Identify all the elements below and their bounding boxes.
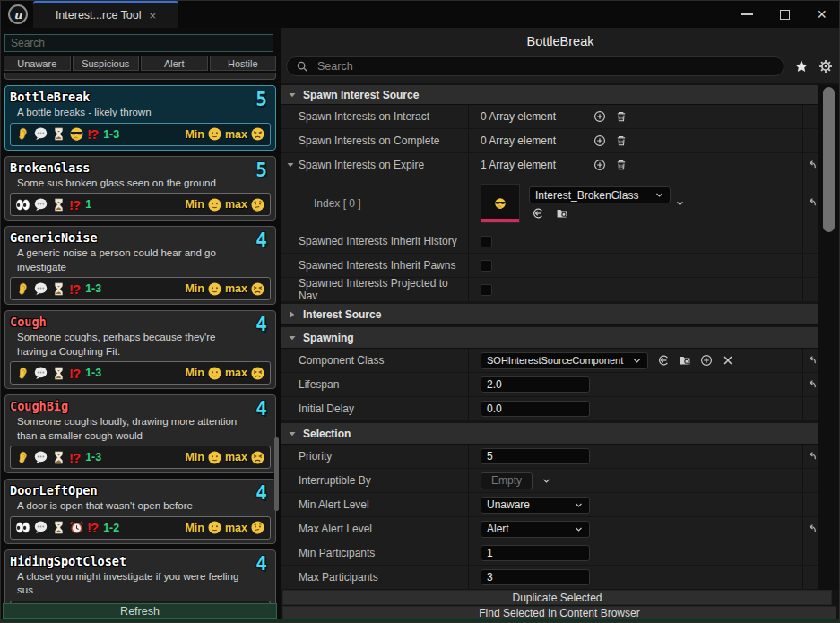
min-alert-dropdown[interactable]: Unaware [481,497,590,514]
card-title: CoughBig [10,398,271,414]
row-spawn-interests-on-expire: Spawn Interests on Expire 1 Array elemen… [281,153,819,177]
eyes-icon [15,520,30,535]
ear-icon [15,126,30,142]
speech-icon [33,450,48,465]
list-scrollbar[interactable] [274,437,279,511]
filter-hostile[interactable]: Hostile [210,56,277,71]
close-button[interactable]: × [817,6,827,22]
max-label: max [225,451,247,463]
tab-interest-source-tool[interactable]: Interest...rce Tool × [33,1,178,28]
priority-input[interactable] [481,448,590,464]
browse-to-asset-icon[interactable] [679,354,691,367]
use-selected-asset-icon[interactable] [657,354,670,367]
lifespan-input[interactable] [481,376,590,393]
chevron-down-icon[interactable] [541,476,551,486]
thinking-face-icon [250,197,265,212]
collapsed-arrow-icon[interactable] [288,310,297,319]
eyes-icon [15,197,30,212]
interrobang-icon: !? [87,520,98,535]
max-alert-dropdown[interactable]: Alert [481,521,590,538]
participant-range: 1-3 [85,451,101,463]
reset-to-default-icon[interactable] [806,197,818,209]
inherit-history-checkbox[interactable] [481,236,492,247]
hourglass-icon [51,366,66,381]
refresh-button[interactable]: Refresh [3,603,277,619]
asset-picker-dropdown[interactable]: Interest_BrokenGlass [529,186,671,203]
property-label: Spawned Interests Inherit Pawns [281,254,469,277]
inherit-pawns-checkbox[interactable] [481,260,492,272]
list-search-input[interactable] [4,34,273,52]
expand-arrow-icon[interactable] [288,91,297,100]
find-in-content-browser-button[interactable]: Find Selected In Content Browser [282,606,836,620]
interest-card-CoughBig[interactable]: CoughBig4Someone coughs loudly, drawing … [4,394,276,473]
card-title: Cough [10,314,271,330]
filter-alert[interactable]: Alert [141,56,208,71]
clear-array-icon[interactable] [615,134,628,147]
interest-card-BrokenGlass[interactable]: BrokenGlass5Some sus broken glass seen o… [4,156,276,221]
interest-card-GenericNoise[interactable]: GenericNoise4A generic noise a person co… [4,226,276,305]
asset-thumbnail[interactable] [481,184,520,223]
duplicate-selected-button[interactable]: Duplicate Selected [282,590,832,605]
new-object-icon[interactable] [700,354,713,367]
chevron-down-icon [574,500,584,510]
minimize-button[interactable] [741,13,753,15]
details-search-input[interactable] [316,59,775,74]
section-spawning[interactable]: Spawning [281,327,819,349]
section-selection[interactable]: Selection [281,423,819,445]
reset-to-default-icon[interactable] [806,451,818,463]
filter-suspicious[interactable]: Suspicious [73,56,140,71]
favorites-icon[interactable] [794,59,809,74]
interest-card-DoorLeftOpen[interactable]: DoorLeftOpen4A door is open that wasn't … [4,479,276,544]
interrobang-icon: !? [69,281,80,297]
add-element-icon[interactable] [593,134,606,147]
card-priority-number: 4 [255,229,267,251]
use-selected-asset-icon[interactable] [532,207,544,220]
reset-to-default-icon[interactable] [806,379,818,391]
card-description: Some sus broken glass seen on the ground [10,176,271,194]
details-search[interactable] [286,56,784,76]
reset-to-default-icon[interactable] [806,523,818,535]
partial-card-above[interactable] [4,73,276,80]
details-scrollbar-thumb[interactable] [823,87,835,232]
row-max-participants: Max Participants [281,566,819,590]
settings-gear-icon[interactable] [818,59,833,74]
section-spawn-interest-source[interactable]: Spawn Interest Source [281,85,819,105]
property-label: Lifespan [281,373,469,396]
maximize-button[interactable] [780,10,790,20]
card-priority-number: 5 [255,89,267,110]
expand-arrow-icon[interactable] [288,333,297,342]
participant-range: 1 [85,198,91,211]
expand-arrow-icon[interactable] [286,160,295,169]
property-label: Spawn Interests on Expire [281,153,469,177]
max-participants-input[interactable] [481,569,590,585]
clear-array-icon[interactable] [615,110,628,123]
interest-card-HidingSpotCloset[interactable]: HidingSpotCloset4A closet you might inve… [4,549,276,605]
clear-value-icon[interactable] [722,354,734,367]
property-label: Spawned Interests Projected to Nav [281,278,469,301]
browse-to-asset-icon[interactable] [556,207,568,220]
unreal-logo-letter: u [13,8,22,22]
row-priority: Priority [281,445,819,469]
expand-arrow-icon[interactable] [288,429,297,438]
projected-to-nav-checkbox[interactable] [481,284,492,296]
add-element-icon[interactable] [593,110,606,123]
tab-close-icon[interactable]: × [150,10,157,22]
interest-card-Cough[interactable]: Cough4Someone coughs, perhaps because th… [4,310,276,389]
expand-struct-icon[interactable] [675,198,685,208]
hourglass-icon [51,126,66,142]
reset-to-default-icon[interactable] [806,355,818,367]
initial-delay-input[interactable] [481,401,590,417]
neutral-face-icon [207,126,222,142]
card-priority-number: 5 [255,160,267,181]
add-element-icon[interactable] [593,159,606,171]
persevere-face-icon [250,126,265,142]
details-scrollbar-track[interactable] [818,85,839,590]
interest-card-BottleBreak[interactable]: BottleBreak5A bottle breaks - likely thr… [4,85,276,151]
reset-to-default-icon[interactable] [806,160,818,171]
filter-unaware[interactable]: Unaware [4,56,71,71]
clear-array-icon[interactable] [615,159,628,171]
component-class-dropdown[interactable]: SOHInterestSourceComponent [481,352,648,369]
section-interest-source[interactable]: Interest Source [281,304,819,325]
interruptible-by-value[interactable]: Empty [481,472,533,489]
min-participants-input[interactable] [481,545,590,561]
